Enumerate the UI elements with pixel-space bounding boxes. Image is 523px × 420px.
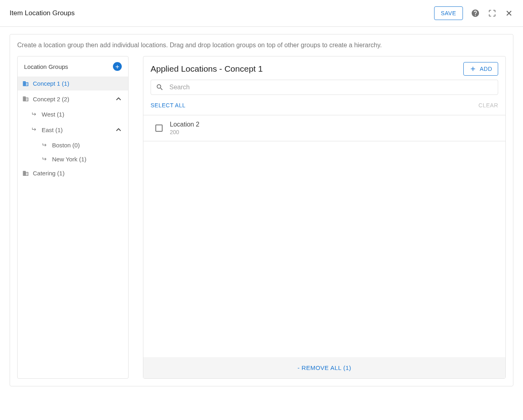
location-name: Location 2 xyxy=(170,121,199,128)
tree-item-label: Concept 2 (2) xyxy=(33,96,111,102)
subdirectory-icon xyxy=(31,127,38,133)
location-row: Location 2200 xyxy=(143,115,505,141)
location-id: 200 xyxy=(170,129,199,135)
chevron-up-icon[interactable] xyxy=(114,94,123,104)
tree-item[interactable]: New York (1) xyxy=(18,152,128,166)
close-icon[interactable] xyxy=(505,9,513,18)
tree-item-label: Concept 1 (1) xyxy=(33,80,123,87)
selection-actions: SELECT ALL CLEAR xyxy=(143,100,505,115)
sidebar-header: Location Groups xyxy=(18,56,128,76)
fullscreen-icon[interactable] xyxy=(488,9,497,18)
instructions-text: Create a location group then add individ… xyxy=(10,42,513,56)
tree-item[interactable]: West (1) xyxy=(18,107,128,121)
content-wrap: Create a location group then add individ… xyxy=(0,27,523,394)
subdirectory-icon xyxy=(42,156,49,163)
tree-item-label: Catering (1) xyxy=(33,170,123,177)
location-checkbox[interactable] xyxy=(155,125,163,132)
clear-button[interactable]: CLEAR xyxy=(479,102,498,109)
header-actions: SAVE xyxy=(434,6,513,20)
plus-icon xyxy=(469,65,477,72)
applied-locations-panel: Applied Locations - Concept 1 ADD SELECT… xyxy=(143,56,506,379)
applied-locations-title: Applied Locations - Concept 1 xyxy=(151,64,263,74)
add-group-button[interactable] xyxy=(113,62,122,71)
location-list: Location 2200 xyxy=(143,115,505,357)
search-input[interactable] xyxy=(169,84,493,91)
search-wrap xyxy=(143,80,505,100)
location-groups-sidebar: Location Groups Concept 1 (1)Concept 2 (… xyxy=(17,56,129,379)
building-icon xyxy=(22,80,30,87)
tree-item[interactable]: Catering (1) xyxy=(18,166,128,180)
tree-item[interactable]: Concept 1 (1) xyxy=(18,76,128,90)
save-button[interactable]: SAVE xyxy=(434,6,463,20)
main-panel: Create a location group then add individ… xyxy=(10,34,513,386)
sidebar-title: Location Groups xyxy=(24,63,68,70)
tree-item-label: West (1) xyxy=(42,111,123,118)
tree-item-label: Boston (0) xyxy=(52,142,123,149)
tree-item-label: East (1) xyxy=(42,127,111,133)
building-icon xyxy=(22,96,30,102)
tree-item[interactable]: East (1) xyxy=(18,121,128,138)
search-icon xyxy=(156,83,164,91)
chevron-up-icon[interactable] xyxy=(114,125,123,135)
search-box[interactable] xyxy=(151,80,498,95)
add-location-button[interactable]: ADD xyxy=(463,62,498,76)
location-tree: Concept 1 (1)Concept 2 (2)West (1)East (… xyxy=(18,76,128,180)
select-all-button[interactable]: SELECT ALL xyxy=(151,102,185,109)
remove-all-button[interactable]: - REMOVE ALL (1) xyxy=(298,364,351,371)
building-icon xyxy=(22,170,30,177)
columns: Location Groups Concept 1 (1)Concept 2 (… xyxy=(10,56,513,386)
subdirectory-icon xyxy=(31,111,38,118)
footer-bar: - REMOVE ALL (1) xyxy=(143,357,505,378)
location-info: Location 2200 xyxy=(170,121,199,135)
main-header: Applied Locations - Concept 1 ADD xyxy=(143,56,505,80)
tree-item[interactable]: Boston (0) xyxy=(18,138,128,152)
tree-item[interactable]: Concept 2 (2) xyxy=(18,90,128,107)
subdirectory-icon xyxy=(42,142,49,149)
page-title: Item Location Groups xyxy=(10,9,75,17)
add-button-label: ADD xyxy=(480,66,492,72)
tree-item-label: New York (1) xyxy=(52,156,123,163)
help-icon[interactable] xyxy=(471,9,480,18)
page-header: Item Location Groups SAVE xyxy=(0,0,523,27)
